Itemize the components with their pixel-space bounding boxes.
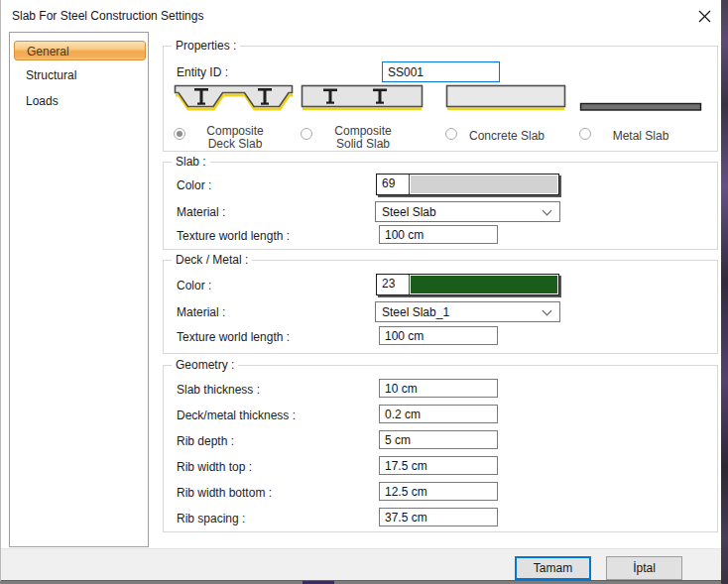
slab-type-option-metal[interactable]: Metal Slab: [579, 84, 702, 174]
rib-spacing-label: Rib spacing :: [177, 512, 245, 526]
rib-depth-label: Rib depth :: [177, 434, 234, 448]
dialog-title: Slab For Steel Construction Settings: [12, 9, 203, 23]
deck-texture-label: Texture world length :: [177, 330, 290, 344]
slab-texture-input[interactable]: [379, 225, 498, 244]
slab-color-index: 69: [377, 175, 410, 194]
slab-type-option-concrete[interactable]: Concrete Slab: [445, 84, 568, 174]
geometry-group: Geometry : Slab thickness : Deck/metal t…: [163, 365, 718, 532]
deck-material-select[interactable]: Steel Slab_1: [375, 301, 560, 322]
slab-group-legend: Slab :: [172, 155, 210, 169]
rib-spacing-input[interactable]: [379, 508, 498, 526]
rib-width-top-input[interactable]: [379, 456, 498, 475]
sidebar-item-loads[interactable]: Loads: [14, 91, 146, 111]
sidebar-item-structural[interactable]: Structural: [14, 65, 146, 85]
slab-color-label: Color :: [177, 178, 211, 192]
deck-material-label: Material :: [177, 305, 225, 319]
radio-label-concrete: Concrete Slab: [445, 123, 568, 143]
background-window-sliver-right: [721, 0, 728, 584]
slab-color-picker[interactable]: 69: [376, 174, 559, 195]
composite-solid-slab-image: [301, 84, 424, 112]
geometry-group-legend: Geometry :: [172, 358, 238, 372]
slab-material-label: Material :: [177, 205, 225, 219]
ok-button[interactable]: Tamam: [515, 556, 591, 580]
slab-thickness-input[interactable]: [379, 379, 498, 398]
deck-material-value: Steel Slab_1: [382, 305, 449, 319]
deck-color-picker[interactable]: 23: [376, 274, 559, 295]
entity-id-input[interactable]: [382, 61, 500, 82]
chevron-down-icon: [543, 206, 552, 216]
rib-width-top-label: Rib width top :: [177, 460, 252, 474]
slab-material-select[interactable]: Steel Slab: [375, 201, 560, 222]
radio-label-metal: Metal Slab: [579, 123, 702, 143]
deck-texture-input[interactable]: [379, 326, 498, 345]
deck-color-label: Color :: [177, 279, 211, 292]
slab-type-option-composite-solid[interactable]: Composite Solid Slab: [301, 84, 425, 174]
concrete-slab-image: [445, 84, 566, 112]
deck-metal-thickness-input[interactable]: [379, 405, 498, 423]
composite-deck-slab-image: [174, 84, 295, 112]
deck-metal-group-legend: Deck / Metal :: [172, 253, 252, 267]
rib-depth-input[interactable]: [379, 430, 498, 449]
rib-width-bottom-label: Rib width bottom :: [177, 486, 272, 500]
deck-color-swatch: [411, 276, 557, 293]
radio-label-composite-deck: Composite Deck Slab: [174, 123, 297, 151]
close-icon: [698, 10, 711, 23]
footer-bar: Tamam İptal: [1, 548, 722, 580]
properties-group-legend: Properties :: [172, 39, 240, 53]
title-bar: Slab For Steel Construction Settings: [1, 0, 721, 31]
slab-material-value: Steel Slab: [382, 205, 436, 219]
cancel-button[interactable]: İptal: [606, 556, 682, 580]
slab-thickness-label: Slab thickness :: [177, 383, 260, 397]
deck-metal-thickness-label: Deck/metal thickness :: [177, 409, 296, 422]
sidebar: General Structural Loads: [9, 32, 149, 547]
rib-width-bottom-input[interactable]: [379, 482, 498, 501]
entity-id-label: Entity ID :: [177, 65, 228, 79]
chevron-down-icon: [543, 306, 552, 316]
metal-slab-image: [579, 84, 702, 112]
slab-color-swatch: [411, 175, 557, 193]
deck-color-index: 23: [377, 275, 410, 294]
slab-texture-label: Texture world length :: [177, 229, 290, 243]
sidebar-item-general[interactable]: General: [14, 41, 146, 60]
slab-group: Slab : Color : 69 Material : Steel Slab …: [163, 162, 718, 250]
properties-group: Properties : Entity ID : Composite Deck …: [163, 46, 718, 152]
slab-settings-dialog: Slab For Steel Construction Settings Gen…: [0, 0, 721, 581]
close-button[interactable]: [695, 7, 713, 25]
deck-metal-group: Deck / Metal : Color : 23 Material : Ste…: [163, 260, 718, 354]
radio-label-composite-solid: Composite Solid Slab: [301, 123, 425, 151]
